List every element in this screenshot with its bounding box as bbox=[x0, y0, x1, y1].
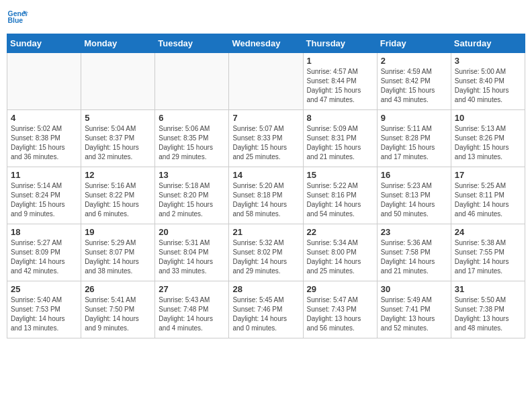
calendar-cell: 26Sunrise: 5:41 AM Sunset: 7:50 PM Dayli… bbox=[81, 281, 155, 338]
day-number: 8 bbox=[307, 113, 373, 123]
cell-info: Sunrise: 5:07 AM Sunset: 8:33 PM Dayligh… bbox=[232, 124, 299, 162]
day-number: 1 bbox=[307, 56, 373, 66]
day-number: 18 bbox=[11, 227, 77, 237]
cell-info: Sunrise: 5:18 AM Sunset: 8:20 PM Dayligh… bbox=[159, 181, 225, 219]
weekday-header: Wednesday bbox=[229, 34, 303, 53]
cell-info: Sunrise: 5:20 AM Sunset: 8:18 PM Dayligh… bbox=[232, 181, 299, 219]
day-number: 21 bbox=[232, 227, 299, 237]
calendar-week-row: 4Sunrise: 5:02 AM Sunset: 8:38 PM Daylig… bbox=[7, 110, 525, 167]
cell-info: Sunrise: 5:32 AM Sunset: 8:02 PM Dayligh… bbox=[232, 238, 299, 276]
weekday-header: Friday bbox=[377, 34, 451, 53]
day-number: 10 bbox=[455, 113, 521, 123]
weekday-header: Monday bbox=[81, 34, 155, 53]
cell-info: Sunrise: 5:41 AM Sunset: 7:50 PM Dayligh… bbox=[85, 295, 151, 333]
day-number: 24 bbox=[455, 227, 521, 237]
calendar-cell: 25Sunrise: 5:40 AM Sunset: 7:53 PM Dayli… bbox=[7, 281, 81, 338]
day-number: 4 bbox=[11, 113, 77, 123]
calendar-cell bbox=[229, 53, 303, 110]
day-number: 12 bbox=[85, 170, 151, 180]
day-number: 26 bbox=[85, 284, 151, 294]
calendar-week-row: 11Sunrise: 5:14 AM Sunset: 8:24 PM Dayli… bbox=[7, 167, 525, 224]
calendar-cell bbox=[81, 53, 155, 110]
weekday-header: Sunday bbox=[7, 34, 81, 53]
cell-info: Sunrise: 5:25 AM Sunset: 8:11 PM Dayligh… bbox=[455, 181, 521, 219]
logo: General Blue bbox=[7, 7, 28, 28]
calendar-week-row: 1Sunrise: 4:57 AM Sunset: 8:44 PM Daylig… bbox=[7, 53, 525, 110]
day-number: 11 bbox=[11, 170, 77, 180]
day-number: 6 bbox=[159, 113, 225, 123]
cell-info: Sunrise: 5:06 AM Sunset: 8:35 PM Dayligh… bbox=[159, 124, 225, 162]
calendar-cell bbox=[155, 53, 229, 110]
day-number: 7 bbox=[232, 113, 299, 123]
day-number: 13 bbox=[159, 170, 225, 180]
calendar-cell: 3Sunrise: 5:00 AM Sunset: 8:40 PM Daylig… bbox=[451, 53, 525, 110]
calendar-cell: 2Sunrise: 4:59 AM Sunset: 8:42 PM Daylig… bbox=[377, 53, 451, 110]
calendar-cell: 24Sunrise: 5:38 AM Sunset: 7:55 PM Dayli… bbox=[451, 224, 525, 281]
page-header: General Blue bbox=[7, 7, 525, 28]
cell-info: Sunrise: 4:59 AM Sunset: 8:42 PM Dayligh… bbox=[381, 67, 447, 105]
calendar-cell: 6Sunrise: 5:06 AM Sunset: 8:35 PM Daylig… bbox=[155, 110, 229, 167]
day-number: 29 bbox=[307, 284, 373, 294]
calendar-cell: 15Sunrise: 5:22 AM Sunset: 8:16 PM Dayli… bbox=[303, 167, 377, 224]
weekday-header: Saturday bbox=[451, 34, 525, 53]
day-number: 9 bbox=[381, 113, 447, 123]
calendar-cell: 21Sunrise: 5:32 AM Sunset: 8:02 PM Dayli… bbox=[229, 224, 303, 281]
calendar-cell: 18Sunrise: 5:27 AM Sunset: 8:09 PM Dayli… bbox=[7, 224, 81, 281]
cell-info: Sunrise: 5:02 AM Sunset: 8:38 PM Dayligh… bbox=[11, 124, 77, 162]
calendar-cell: 23Sunrise: 5:36 AM Sunset: 7:58 PM Dayli… bbox=[377, 224, 451, 281]
calendar-cell: 31Sunrise: 5:50 AM Sunset: 7:38 PM Dayli… bbox=[451, 281, 525, 338]
cell-info: Sunrise: 5:13 AM Sunset: 8:26 PM Dayligh… bbox=[455, 124, 521, 162]
cell-info: Sunrise: 5:34 AM Sunset: 8:00 PM Dayligh… bbox=[307, 238, 373, 276]
cell-info: Sunrise: 5:43 AM Sunset: 7:48 PM Dayligh… bbox=[159, 295, 225, 333]
svg-text:Blue: Blue bbox=[8, 17, 24, 24]
cell-info: Sunrise: 5:09 AM Sunset: 8:31 PM Dayligh… bbox=[307, 124, 373, 162]
logo-icon: General Blue bbox=[7, 7, 28, 28]
cell-info: Sunrise: 5:38 AM Sunset: 7:55 PM Dayligh… bbox=[455, 238, 521, 276]
cell-info: Sunrise: 5:29 AM Sunset: 8:07 PM Dayligh… bbox=[85, 238, 151, 276]
calendar-cell: 14Sunrise: 5:20 AM Sunset: 8:18 PM Dayli… bbox=[229, 167, 303, 224]
cell-info: Sunrise: 5:27 AM Sunset: 8:09 PM Dayligh… bbox=[11, 238, 77, 276]
calendar-cell: 13Sunrise: 5:18 AM Sunset: 8:20 PM Dayli… bbox=[155, 167, 229, 224]
calendar-cell: 20Sunrise: 5:31 AM Sunset: 8:04 PM Dayli… bbox=[155, 224, 229, 281]
calendar-cell: 4Sunrise: 5:02 AM Sunset: 8:38 PM Daylig… bbox=[7, 110, 81, 167]
cell-info: Sunrise: 5:14 AM Sunset: 8:24 PM Dayligh… bbox=[11, 181, 77, 219]
calendar-table: SundayMondayTuesdayWednesdayThursdayFrid… bbox=[7, 34, 525, 338]
calendar-cell: 9Sunrise: 5:11 AM Sunset: 8:28 PM Daylig… bbox=[377, 110, 451, 167]
day-number: 3 bbox=[455, 56, 521, 66]
calendar-cell: 8Sunrise: 5:09 AM Sunset: 8:31 PM Daylig… bbox=[303, 110, 377, 167]
calendar-cell bbox=[7, 53, 81, 110]
day-number: 30 bbox=[381, 284, 447, 294]
day-number: 14 bbox=[232, 170, 299, 180]
day-number: 31 bbox=[455, 284, 521, 294]
day-number: 17 bbox=[455, 170, 521, 180]
day-number: 23 bbox=[381, 227, 447, 237]
cell-info: Sunrise: 5:23 AM Sunset: 8:13 PM Dayligh… bbox=[381, 181, 447, 219]
calendar-cell: 16Sunrise: 5:23 AM Sunset: 8:13 PM Dayli… bbox=[377, 167, 451, 224]
calendar-cell: 7Sunrise: 5:07 AM Sunset: 8:33 PM Daylig… bbox=[229, 110, 303, 167]
weekday-header: Thursday bbox=[303, 34, 377, 53]
cell-info: Sunrise: 5:22 AM Sunset: 8:16 PM Dayligh… bbox=[307, 181, 373, 219]
cell-info: Sunrise: 5:16 AM Sunset: 8:22 PM Dayligh… bbox=[85, 181, 151, 219]
calendar-week-row: 18Sunrise: 5:27 AM Sunset: 8:09 PM Dayli… bbox=[7, 224, 525, 281]
cell-info: Sunrise: 5:04 AM Sunset: 8:37 PM Dayligh… bbox=[85, 124, 151, 162]
cell-info: Sunrise: 5:50 AM Sunset: 7:38 PM Dayligh… bbox=[455, 295, 521, 333]
calendar-cell: 22Sunrise: 5:34 AM Sunset: 8:00 PM Dayli… bbox=[303, 224, 377, 281]
calendar-cell: 19Sunrise: 5:29 AM Sunset: 8:07 PM Dayli… bbox=[81, 224, 155, 281]
weekday-header: Tuesday bbox=[155, 34, 229, 53]
calendar-cell: 12Sunrise: 5:16 AM Sunset: 8:22 PM Dayli… bbox=[81, 167, 155, 224]
day-number: 16 bbox=[381, 170, 447, 180]
day-number: 27 bbox=[159, 284, 225, 294]
calendar-cell: 17Sunrise: 5:25 AM Sunset: 8:11 PM Dayli… bbox=[451, 167, 525, 224]
weekday-header-row: SundayMondayTuesdayWednesdayThursdayFrid… bbox=[7, 34, 525, 53]
calendar-week-row: 25Sunrise: 5:40 AM Sunset: 7:53 PM Dayli… bbox=[7, 281, 525, 338]
day-number: 25 bbox=[11, 284, 77, 294]
cell-info: Sunrise: 5:11 AM Sunset: 8:28 PM Dayligh… bbox=[381, 124, 447, 162]
day-number: 2 bbox=[381, 56, 447, 66]
cell-info: Sunrise: 5:00 AM Sunset: 8:40 PM Dayligh… bbox=[455, 67, 521, 105]
cell-info: Sunrise: 4:57 AM Sunset: 8:44 PM Dayligh… bbox=[307, 67, 373, 105]
day-number: 20 bbox=[159, 227, 225, 237]
cell-info: Sunrise: 5:47 AM Sunset: 7:43 PM Dayligh… bbox=[307, 295, 373, 333]
cell-info: Sunrise: 5:49 AM Sunset: 7:41 PM Dayligh… bbox=[381, 295, 447, 333]
cell-info: Sunrise: 5:45 AM Sunset: 7:46 PM Dayligh… bbox=[232, 295, 299, 333]
day-number: 15 bbox=[307, 170, 373, 180]
